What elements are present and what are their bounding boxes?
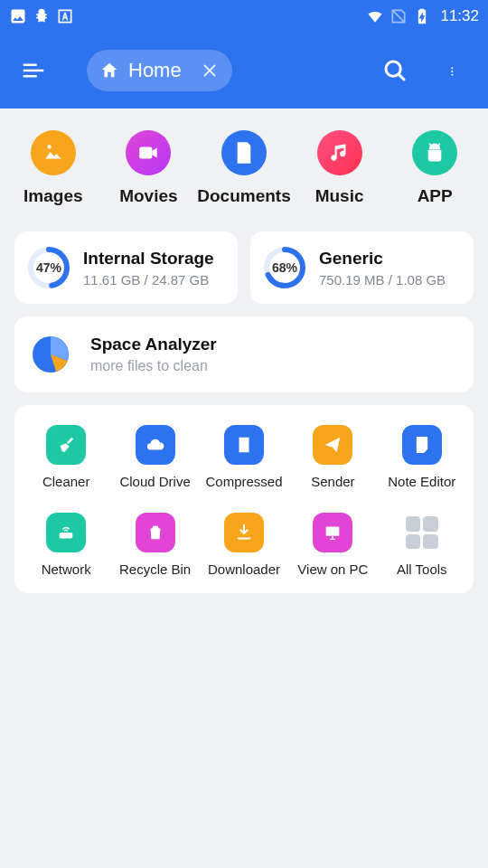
tool-all-tools[interactable]: All Tools xyxy=(378,513,466,577)
tools-grid: Cleaner Cloud Drive Compressed Sender No… xyxy=(22,425,466,577)
bug-icon xyxy=(33,7,51,25)
category-label: Music xyxy=(315,186,364,206)
breadcrumb-label: Home xyxy=(128,59,182,82)
analyzer-title: Space Analyzer xyxy=(90,335,217,354)
tool-label: Cloud Drive xyxy=(119,474,190,489)
storage-sub: 11.61 GB / 24.87 GB xyxy=(83,272,214,288)
tool-label: Downloader xyxy=(208,561,280,577)
documents-icon xyxy=(221,130,267,175)
storage-sub: 750.19 MB / 1.08 GB xyxy=(319,272,446,288)
font-icon xyxy=(56,7,74,25)
no-sim-icon xyxy=(389,7,408,25)
category-label: Images xyxy=(23,186,82,206)
battery-charging-icon xyxy=(413,7,431,25)
tool-label: Recycle Bin xyxy=(119,561,191,577)
svg-point-1 xyxy=(451,67,453,69)
home-icon xyxy=(99,61,119,80)
category-movies[interactable]: Movies xyxy=(101,130,195,206)
note-icon xyxy=(402,425,442,465)
tool-label: View on PC xyxy=(297,561,368,577)
picture-icon xyxy=(9,7,27,25)
monitor-icon xyxy=(313,513,352,552)
donut-pct: 68% xyxy=(272,260,297,275)
search-button[interactable] xyxy=(380,55,410,86)
app-bar: Home xyxy=(0,33,488,108)
analyzer-sub: more files to clean xyxy=(90,358,217,374)
tool-cleaner[interactable]: Cleaner xyxy=(22,425,110,489)
router-icon xyxy=(46,513,86,552)
donut-pct: 47% xyxy=(36,260,61,275)
tool-downloader[interactable]: Downloader xyxy=(200,513,288,577)
tool-label: Note Editor xyxy=(388,474,455,489)
svg-rect-8 xyxy=(60,533,73,538)
tool-cloud-drive[interactable]: Cloud Drive xyxy=(110,425,199,489)
send-icon xyxy=(313,425,352,465)
storage-card-internal[interactable]: 47% Internal Storage 11.61 GB / 24.87 GB xyxy=(14,231,238,304)
breadcrumb-home-chip[interactable]: Home xyxy=(87,50,232,91)
storage-title: Internal Storage xyxy=(83,249,214,269)
pie-chart-icon xyxy=(31,335,70,374)
hamburger-button[interactable] xyxy=(18,55,49,86)
storage-card-generic[interactable]: 68% Generic 750.19 MB / 1.08 GB xyxy=(250,231,474,304)
donut-chart-icon: 68% xyxy=(263,246,306,289)
tool-note-editor[interactable]: Note Editor xyxy=(378,425,466,489)
tool-recycle-bin[interactable]: Recycle Bin xyxy=(110,513,199,577)
zip-icon xyxy=(224,425,264,465)
svg-rect-9 xyxy=(326,527,340,536)
status-bar: 11:32 xyxy=(0,0,488,33)
wifi-icon xyxy=(366,7,384,25)
tool-label: Compressed xyxy=(205,474,282,489)
category-app[interactable]: APP xyxy=(388,130,482,206)
category-music[interactable]: Music xyxy=(293,130,387,206)
tool-label: All Tools xyxy=(397,561,447,577)
status-left xyxy=(9,7,74,25)
space-analyzer-card[interactable]: Space Analyzer more files to clean xyxy=(14,316,474,392)
category-label: Movies xyxy=(119,186,177,206)
svg-point-2 xyxy=(451,71,453,72)
tools-card: Cleaner Cloud Drive Compressed Sender No… xyxy=(14,405,474,593)
category-images[interactable]: Images xyxy=(6,130,100,206)
tool-sender[interactable]: Sender xyxy=(288,425,377,489)
broom-icon xyxy=(46,425,86,465)
movies-icon xyxy=(126,130,171,175)
download-icon xyxy=(224,513,264,552)
android-icon xyxy=(412,130,457,175)
tool-label: Sender xyxy=(311,474,354,489)
tool-compressed[interactable]: Compressed xyxy=(200,425,288,489)
images-icon xyxy=(31,130,76,175)
category-label: Documents xyxy=(197,186,290,206)
status-right: 11:32 xyxy=(366,7,479,25)
kebab-menu-button[interactable] xyxy=(439,55,470,86)
category-row: Images Movies Documents Music APP xyxy=(0,108,488,215)
svg-point-3 xyxy=(451,74,453,76)
category-label: APP xyxy=(418,186,453,206)
music-icon xyxy=(317,130,362,175)
donut-chart-icon: 47% xyxy=(27,246,70,289)
storage-title: Generic xyxy=(319,249,446,269)
tool-network[interactable]: Network xyxy=(22,513,110,577)
category-documents[interactable]: Documents xyxy=(197,130,291,206)
tool-view-on-pc[interactable]: View on PC xyxy=(288,513,377,577)
close-icon[interactable] xyxy=(200,61,220,80)
storage-row: 47% Internal Storage 11.61 GB / 24.87 GB… xyxy=(0,215,488,304)
cloud-icon xyxy=(136,425,175,465)
status-time: 11:32 xyxy=(440,7,479,25)
trash-icon xyxy=(136,513,175,552)
tool-label: Network xyxy=(42,561,91,577)
tool-label: Cleaner xyxy=(42,474,90,489)
grid-icon xyxy=(402,513,442,552)
svg-rect-4 xyxy=(140,147,153,159)
